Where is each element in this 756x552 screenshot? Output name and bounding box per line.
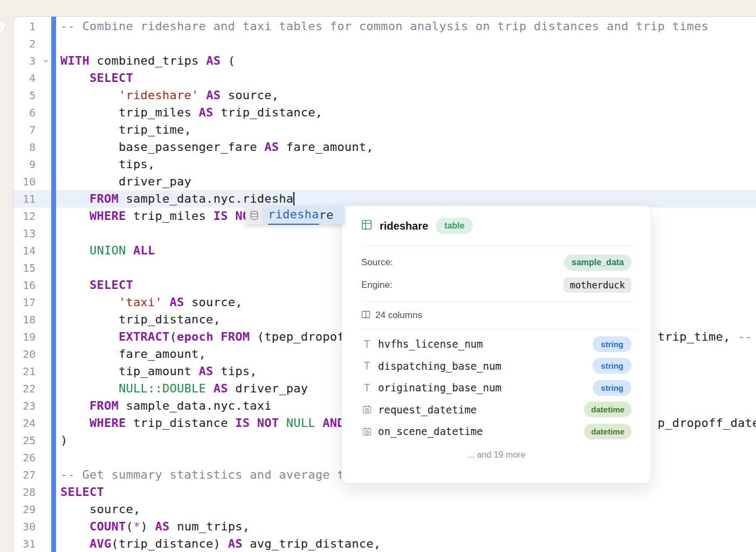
column-name: request_datetime (378, 404, 584, 416)
line-number: 23 (13, 397, 36, 415)
calendar-clock-icon (362, 405, 372, 414)
autocomplete-rest-text: re (319, 206, 334, 224)
code-text: 'rideshare' AS source, (13, 87, 756, 104)
line-number: 17 (13, 294, 36, 311)
source-label: Source: (361, 257, 393, 268)
type-icon: T (362, 339, 372, 349)
fold-chevron-icon[interactable] (42, 52, 50, 70)
line-number: 28 (13, 484, 36, 501)
table-type-badge: table (436, 218, 473, 234)
line-number: 6 (13, 104, 36, 121)
code-text: driver_pay (13, 173, 756, 190)
column-row: request_datetimedatetime (362, 399, 631, 421)
line-number: 8 (13, 139, 36, 156)
code-line[interactable]: 31 AVG(trip_distance) AS avg_trip_distan… (13, 535, 756, 552)
code-text: SELECT (13, 70, 756, 87)
code-text: SELECT (13, 484, 756, 501)
line-number: 31 (13, 535, 36, 552)
column-row: Thvfhs_license_numstring (362, 333, 631, 355)
code-line[interactable]: 30 COUNT(*) AS num_trips, (13, 518, 756, 535)
code-line[interactable]: 7 trip_time, (13, 121, 756, 139)
code-line[interactable]: 9 tips, (13, 156, 756, 173)
line-number: 12 (13, 208, 36, 225)
text-cursor (293, 192, 294, 205)
autocomplete-item-rideshare[interactable]: rideshare (263, 206, 345, 224)
panel-toggle-button[interactable] (0, 20, 6, 33)
line-number: 19 (13, 328, 36, 346)
line-number: 16 (13, 277, 36, 294)
line-number: 18 (13, 311, 36, 328)
code-line[interactable]: 8 base_passenger_fare AS fare_amount, (13, 139, 756, 156)
database-icon (245, 206, 263, 224)
type-icon: T (362, 383, 372, 393)
line-number: 1 (13, 18, 36, 35)
type-icon: T (362, 361, 372, 371)
line-number: 27 (13, 466, 36, 484)
line-number: 9 (13, 156, 36, 173)
column-row: Tdispatching_base_numstring (362, 355, 631, 377)
engine-badge: motherduck (563, 278, 631, 293)
line-number: 4 (13, 70, 36, 87)
code-text: WITH combined_trips AS ( (13, 52, 756, 70)
line-number: 7 (13, 121, 36, 139)
line-number: 11 (13, 190, 36, 208)
code-line[interactable]: 29 source, (13, 501, 756, 518)
code-line[interactable]: 3WITH combined_trips AS ( (13, 52, 756, 70)
code-line[interactable]: 4 SELECT (13, 70, 756, 87)
column-type-badge: string (593, 380, 631, 396)
column-type-badge: datetime (584, 424, 631, 439)
more-columns-row: ... and 19 more (342, 444, 651, 466)
column-name: hvfhs_license_num (378, 338, 593, 350)
column-name: dispatching_base_num (378, 360, 593, 372)
line-number: 30 (13, 518, 36, 535)
code-text: tips, (13, 156, 756, 173)
line-number: 29 (13, 501, 36, 518)
code-text: COUNT(*) AS num_trips, (13, 518, 756, 535)
popover-info: Source: sample_data Engine: motherduck (342, 246, 651, 301)
autocomplete-popup: rideshare (245, 206, 345, 224)
column-type-badge: string (593, 358, 631, 374)
source-badge: sample_data (564, 254, 631, 271)
column-type-badge: string (593, 336, 631, 352)
line-number: 10 (13, 173, 36, 190)
line-number: 2 (13, 35, 36, 52)
table-name: rideshare (380, 220, 428, 232)
calendar-clock-icon (362, 427, 372, 436)
code-text: trip_time, (13, 121, 756, 139)
code-text: source, (13, 501, 756, 518)
code-text: base_passenger_fare AS fare_amount, (13, 139, 756, 156)
code-line[interactable]: 10 driver_pay (13, 173, 756, 190)
column-row: Toriginating_base_numstring (362, 377, 631, 399)
table-info-popover: rideshare table Source: sample_data Engi… (341, 205, 651, 484)
info-row-source: Source: sample_data (361, 251, 631, 274)
code-line[interactable]: 28SELECT (13, 484, 756, 501)
code-text: AVG(trip_distance) AS avg_trip_distance, (13, 535, 756, 552)
app-background: { "colors": { "page_background": "#f2efe… (0, 0, 756, 552)
column-name: on_scene_datetime (378, 425, 584, 437)
line-number: 15 (13, 259, 36, 277)
line-number: 25 (13, 432, 36, 449)
column-name: originating_base_num (378, 382, 593, 394)
code-line[interactable]: 1-- Combine rideshare and taxi tables fo… (13, 18, 756, 35)
code-text: -- Combine rideshare and taxi tables for… (13, 18, 756, 35)
line-number: 3 (13, 52, 36, 70)
autocomplete-match-text: ridesha (268, 205, 319, 225)
more-columns-text: ... and 19 more (468, 450, 526, 460)
line-number: 5 (13, 87, 36, 104)
table-icon (361, 219, 372, 232)
line-number: 22 (13, 380, 36, 397)
columns-summary-text: 24 columns (375, 310, 422, 321)
code-line[interactable]: 2 (13, 35, 756, 52)
line-number: 24 (13, 415, 36, 432)
column-row: on_scene_datetimedatetime (362, 420, 631, 443)
columns-summary-row: 24 columns (342, 302, 651, 329)
line-number: 26 (13, 449, 36, 466)
code-line[interactable]: 6 trip_miles AS trip_distance, (13, 104, 756, 121)
modified-lines-indicator (51, 17, 56, 552)
column-type-badge: datetime (584, 402, 631, 417)
code-line[interactable]: 5 'rideshare' AS source, (13, 87, 756, 104)
popover-header: rideshare table (342, 206, 651, 246)
columns-list: Thvfhs_license_numstringTdispatching_bas… (342, 329, 651, 443)
info-row-engine: Engine: motherduck (361, 274, 631, 296)
line-number: 14 (13, 242, 36, 259)
